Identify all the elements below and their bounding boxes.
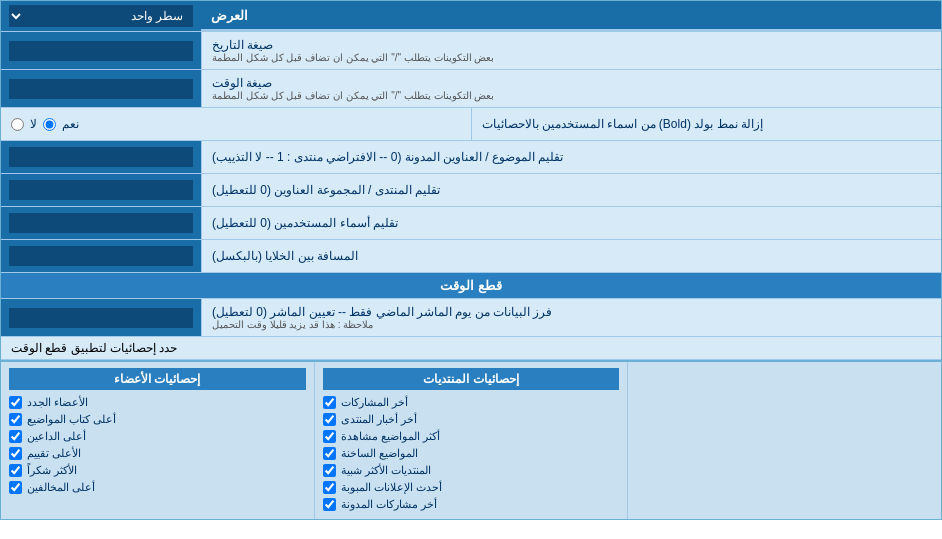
forum-topics-label: تقليم الموضوع / العناوين المدونة (0 -- ا… xyxy=(201,141,941,173)
forum-topics-input-cell: 33 xyxy=(1,141,201,173)
checkbox-item-last-posts: أخر المشاركات xyxy=(323,394,620,411)
checkbox-item-new-members: الأعضاء الجدد xyxy=(9,394,306,411)
checkbox-top-violators[interactable] xyxy=(9,481,22,494)
checkbox-col-forums: إحصائيات المنتديات أخر المشاركات أخر أخب… xyxy=(314,362,628,519)
usernames-trim-text: تقليم أسماء المستخدمين (0 للتعطيل) xyxy=(212,216,398,230)
radio-yes[interactable] xyxy=(43,118,56,131)
cutoff-input[interactable]: 0 xyxy=(9,308,193,328)
radio-yes-label: نعم xyxy=(62,117,79,131)
checkbox-last-posts[interactable] xyxy=(323,396,336,409)
checkbox-new-members[interactable] xyxy=(9,396,22,409)
checkbox-item-most-viewed: أكثر المواضيع مشاهدة xyxy=(323,428,620,445)
date-format-input-cell: d-m xyxy=(1,32,201,69)
time-format-sub-label: بعض التكوينات يتطلب "/" التي يمكن ان تضا… xyxy=(212,90,494,101)
checkbox-item-top-inviters: أعلى الداعين xyxy=(9,428,306,445)
checkbox-top-topic-authors[interactable] xyxy=(9,413,22,426)
header-title: العرض xyxy=(211,8,248,23)
time-format-input-cell: H:i xyxy=(1,70,201,107)
cutoff-main-label: فرز البيانات من يوم الماشر الماضي فقط --… xyxy=(212,305,552,319)
single-line-select[interactable]: سطر واحد سطران ثلاثة أسطر xyxy=(9,5,193,27)
checkbox-most-viewed[interactable] xyxy=(323,430,336,443)
bold-remove-label: إزالة نمط بولد (Bold) من اسماء المستخدمي… xyxy=(471,108,942,140)
forum-topics-text: تقليم الموضوع / العناوين المدونة (0 -- ا… xyxy=(212,150,563,164)
bold-radio-group: نعم لا xyxy=(11,117,79,131)
cells-spacing-text: المسافة بين الخلايا (بالبكسل) xyxy=(212,249,358,263)
checkbox-col-empty xyxy=(627,362,941,519)
checkbox-item-top-rated: الأعلى تقييم xyxy=(9,445,306,462)
checkbox-item-hot-topics: المواضيع الساخنة xyxy=(323,445,620,462)
checkbox-col-members-header: إحصائيات الأعضاء xyxy=(9,368,306,390)
cutoff-section-header: قطع الوقت xyxy=(1,273,941,299)
cutoff-input-cell: 0 xyxy=(1,299,201,336)
checkbox-item-most-thanked: الأكثر شكراً xyxy=(9,462,306,479)
checkbox-hot-topics[interactable] xyxy=(323,447,336,460)
time-format-main-label: صيغة الوقت xyxy=(212,76,272,90)
cutoff-section-title: قطع الوقت xyxy=(440,278,502,293)
radio-no-label: لا xyxy=(30,117,37,131)
checkbox-item-similar-forums: المنتديات الأكثر شبية xyxy=(323,462,620,479)
checkbox-forum-news[interactable] xyxy=(323,413,336,426)
checkbox-item-top-violators: أعلى المخالفين xyxy=(9,479,306,496)
usernames-trim-input-cell: 0 xyxy=(1,207,201,239)
date-format-input[interactable]: d-m xyxy=(9,41,193,61)
forum-headings-input-cell: 33 xyxy=(1,174,201,206)
date-format-label: صيغة التاريخ بعض التكوينات يتطلب "/" الت… xyxy=(201,32,941,69)
forum-headings-input[interactable]: 33 xyxy=(9,180,193,200)
radio-no[interactable] xyxy=(11,118,24,131)
bold-remove-text: إزالة نمط بولد (Bold) من اسماء المستخدمي… xyxy=(482,117,763,131)
page-header: العرض xyxy=(201,1,941,31)
forum-headings-text: تقليم المنتدى / المجموعة العناوين (0 للت… xyxy=(212,183,440,197)
time-format-label: صيغة الوقت بعض التكوينات يتطلب "/" التي … xyxy=(201,70,941,107)
cells-spacing-input[interactable]: 2 xyxy=(9,246,193,266)
checkbox-top-inviters[interactable] xyxy=(9,430,22,443)
checkbox-most-thanked[interactable] xyxy=(9,464,22,477)
bold-remove-radio-cell: نعم لا xyxy=(1,108,471,140)
cutoff-sub-label: ملاحظة : هذا قد يزيد قليلا وقت التحميل xyxy=(212,319,373,330)
checkbox-item-forum-news: أخر أخبار المنتدى xyxy=(323,411,620,428)
checkboxes-section: إحصائيات المنتديات أخر المشاركات أخر أخب… xyxy=(1,360,941,519)
checkbox-col-forums-header: إحصائيات المنتديات xyxy=(323,368,620,390)
time-format-input[interactable]: H:i xyxy=(9,79,193,99)
date-format-sub-label: بعض التكوينات يتطلب "/" التي يمكن ان تضا… xyxy=(212,52,494,63)
limit-row: حدد إحصائيات لتطبيق قطع الوقت xyxy=(1,337,941,360)
checkbox-top-rated[interactable] xyxy=(9,447,22,460)
usernames-trim-label: تقليم أسماء المستخدمين (0 للتعطيل) xyxy=(201,207,941,239)
forum-headings-label: تقليم المنتدى / المجموعة العناوين (0 للت… xyxy=(201,174,941,206)
checkbox-item-top-topic-authors: أعلى كتاب المواضيع xyxy=(9,411,306,428)
forum-topics-input[interactable]: 33 xyxy=(9,147,193,167)
checkbox-item-blog-posts: أخر مشاركات المدونة xyxy=(323,496,620,513)
limit-label: حدد إحصائيات لتطبيق قطع الوقت xyxy=(11,341,177,355)
cells-spacing-input-cell: 2 xyxy=(1,240,201,272)
checkbox-item-classified-ads: أحدث الإعلانات المبوبة xyxy=(323,479,620,496)
checkbox-col-members: إحصائيات الأعضاء الأعضاء الجدد أعلى كتاب… xyxy=(1,362,314,519)
usernames-trim-input[interactable]: 0 xyxy=(9,213,193,233)
date-format-main-label: صيغة التاريخ xyxy=(212,38,273,52)
checkbox-blog-posts[interactable] xyxy=(323,498,336,511)
checkbox-similar-forums[interactable] xyxy=(323,464,336,477)
cutoff-label: فرز البيانات من يوم الماشر الماضي فقط --… xyxy=(201,299,941,336)
cells-spacing-label: المسافة بين الخلايا (بالبكسل) xyxy=(201,240,941,272)
checkbox-classified-ads[interactable] xyxy=(323,481,336,494)
